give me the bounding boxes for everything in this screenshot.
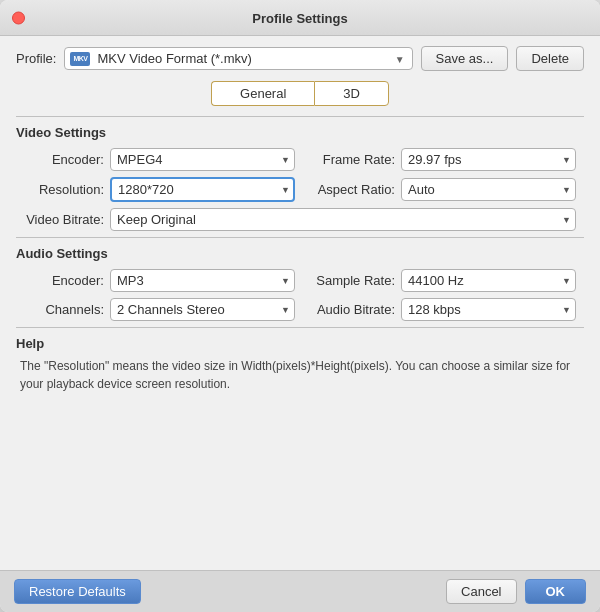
window-title: Profile Settings	[252, 11, 347, 26]
channels-select-wrapper: 2 Channels Stereo 1 Channel Mono 6 Chann…	[110, 298, 295, 321]
encoder-select-wrapper: MPEG4 H.264 H.265 ▼	[110, 148, 295, 171]
restore-defaults-button[interactable]: Restore Defaults	[14, 579, 141, 604]
aspect-ratio-label: Aspect Ratio:	[305, 182, 395, 197]
help-title: Help	[16, 336, 584, 351]
cancel-button[interactable]: Cancel	[446, 579, 516, 604]
profile-select-wrapper: MKV MKV Video Format (*.mkv) MP4 Video F…	[64, 47, 412, 70]
video-bitrate-label: Video Bitrate:	[24, 212, 104, 227]
profile-select[interactable]: MKV Video Format (*.mkv) MP4 Video Forma…	[64, 47, 412, 70]
ok-button[interactable]: OK	[525, 579, 587, 604]
title-bar: Profile Settings	[0, 0, 600, 36]
close-button[interactable]	[12, 11, 25, 24]
video-bitrate-row: Video Bitrate: Keep Original 1000 kbps 2…	[16, 208, 584, 231]
audio-bitrate-label: Audio Bitrate:	[305, 302, 395, 317]
profile-row: Profile: MKV MKV Video Format (*.mkv) MP…	[16, 46, 584, 71]
resolution-field-row: Resolution: 1280*720 1920*1080 640*480 ▼	[24, 177, 295, 202]
video-settings-title: Video Settings	[16, 125, 584, 140]
sample-rate-label: Sample Rate:	[305, 273, 395, 288]
aspect-ratio-field-row: Aspect Ratio: Auto 4:3 16:9 ▼	[305, 177, 576, 202]
video-bitrate-select-wrapper: Keep Original 1000 kbps 2000 kbps ▼	[110, 208, 576, 231]
frame-rate-field-row: Frame Rate: 29.97 fps 25 fps 30 fps 60 f…	[305, 148, 576, 171]
resolution-select[interactable]: 1280*720 1920*1080 640*480	[110, 177, 295, 202]
resolution-select-wrapper: 1280*720 1920*1080 640*480 ▼	[110, 177, 295, 202]
mkv-icon-text: MKV	[73, 55, 87, 62]
save-as-button[interactable]: Save as...	[421, 46, 509, 71]
frame-rate-select[interactable]: 29.97 fps 25 fps 30 fps 60 fps	[401, 148, 576, 171]
video-encoder-select[interactable]: MPEG4 H.264 H.265	[110, 148, 295, 171]
audio-settings-title: Audio Settings	[16, 246, 584, 261]
help-section: Help The "Resolution" means the video si…	[16, 327, 584, 552]
audio-encoder-label: Encoder:	[24, 273, 104, 288]
channels-field-row: Channels: 2 Channels Stereo 1 Channel Mo…	[24, 298, 295, 321]
audio-encoder-select[interactable]: MP3 AAC AC3	[110, 269, 295, 292]
tab-general[interactable]: General	[211, 81, 314, 106]
audio-bitrate-select[interactable]: 128 kbps 192 kbps 256 kbps 320 kbps	[401, 298, 576, 321]
encoder-field-row: Encoder: MPEG4 H.264 H.265 ▼	[24, 148, 295, 171]
audio-bitrate-select-wrapper: 128 kbps 192 kbps 256 kbps 320 kbps ▼	[401, 298, 576, 321]
help-text: The "Resolution" means the video size in…	[16, 357, 584, 393]
audio-settings-section: Audio Settings Encoder: MP3 AAC AC3 ▼	[16, 237, 584, 321]
profile-settings-window: Profile Settings Profile: MKV MKV Video …	[0, 0, 600, 612]
tabs-row: General 3D	[16, 81, 584, 106]
video-settings-section: Video Settings Encoder: MPEG4 H.264 H.26…	[16, 116, 584, 231]
aspect-ratio-select[interactable]: Auto 4:3 16:9	[401, 178, 576, 201]
audio-bitrate-field-row: Audio Bitrate: 128 kbps 192 kbps 256 kbp…	[305, 298, 576, 321]
profile-label: Profile:	[16, 51, 56, 66]
encoder-label: Encoder:	[24, 152, 104, 167]
audio-encoder-field-row: Encoder: MP3 AAC AC3 ▼	[24, 269, 295, 292]
bottom-right-buttons: Cancel OK	[446, 579, 586, 604]
sample-rate-select-wrapper: 44100 Hz 22050 Hz 48000 Hz ▼	[401, 269, 576, 292]
sample-rate-field-row: Sample Rate: 44100 Hz 22050 Hz 48000 Hz …	[305, 269, 576, 292]
delete-button[interactable]: Delete	[516, 46, 584, 71]
frame-rate-select-wrapper: 29.97 fps 25 fps 30 fps 60 fps ▼	[401, 148, 576, 171]
aspect-ratio-select-wrapper: Auto 4:3 16:9 ▼	[401, 178, 576, 201]
resolution-label: Resolution:	[24, 182, 104, 197]
video-fields-grid: Encoder: MPEG4 H.264 H.265 ▼ Frame Rate:	[16, 148, 584, 202]
mkv-icon: MKV	[70, 52, 90, 66]
frame-rate-label: Frame Rate:	[305, 152, 395, 167]
bottom-bar: Restore Defaults Cancel OK	[0, 570, 600, 612]
audio-fields-grid: Encoder: MP3 AAC AC3 ▼ Sample Rate:	[16, 269, 584, 321]
channels-label: Channels:	[24, 302, 104, 317]
content-area: Profile: MKV MKV Video Format (*.mkv) MP…	[0, 36, 600, 570]
sample-rate-select[interactable]: 44100 Hz 22050 Hz 48000 Hz	[401, 269, 576, 292]
tab-3d[interactable]: 3D	[314, 81, 389, 106]
channels-select[interactable]: 2 Channels Stereo 1 Channel Mono 6 Chann…	[110, 298, 295, 321]
video-bitrate-select[interactable]: Keep Original 1000 kbps 2000 kbps	[110, 208, 576, 231]
audio-encoder-select-wrapper: MP3 AAC AC3 ▼	[110, 269, 295, 292]
